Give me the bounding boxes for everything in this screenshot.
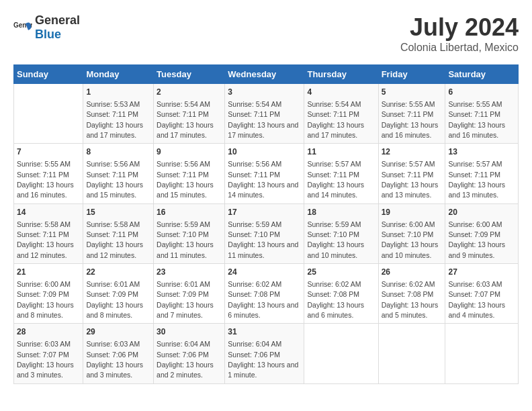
daylight-info: Daylight: 13 hours and 16 minutes. — [448, 121, 505, 139]
calendar-cell: 17Sunrise: 5:59 AMSunset: 7:10 PMDayligh… — [225, 203, 304, 263]
daylight-info: Daylight: 13 hours and 2 minutes. — [157, 361, 214, 379]
day-number: 24 — [228, 267, 301, 278]
sunset-info: Sunset: 7:06 PM — [86, 351, 138, 359]
day-number: 31 — [228, 326, 301, 338]
sunrise-info: Sunrise: 6:02 AM — [382, 280, 435, 288]
day-number: 1 — [86, 87, 150, 98]
calendar-cell: 27Sunrise: 6:03 AMSunset: 7:07 PMDayligh… — [445, 264, 519, 324]
sunrise-info: Sunrise: 5:54 AM — [157, 100, 210, 108]
calendar-cell: 10Sunrise: 5:56 AMSunset: 7:11 PMDayligh… — [225, 144, 304, 203]
day-number: 17 — [228, 207, 301, 218]
sunrise-info: Sunrise: 5:54 AM — [307, 100, 361, 108]
sunrise-info: Sunrise: 5:59 AM — [307, 220, 361, 228]
calendar-cell: 19Sunrise: 6:00 AMSunset: 7:10 PMDayligh… — [378, 203, 445, 263]
sunset-info: Sunset: 7:11 PM — [157, 171, 209, 179]
calendar-cell — [14, 84, 83, 144]
sunrise-info: Sunrise: 6:03 AM — [17, 340, 71, 348]
sunset-info: Sunset: 7:11 PM — [228, 171, 280, 179]
calendar-cell: 24Sunrise: 6:02 AMSunset: 7:08 PMDayligh… — [225, 264, 304, 324]
calendar-cell: 7Sunrise: 5:55 AMSunset: 7:11 PMDaylight… — [14, 144, 83, 203]
daylight-info: Daylight: 13 hours and 15 minutes. — [157, 181, 214, 199]
calendar-cell: 30Sunrise: 6:04 AMSunset: 7:06 PMDayligh… — [154, 324, 225, 383]
header-day-thursday: Thursday — [304, 65, 378, 84]
daylight-info: Daylight: 13 hours and 13 minutes. — [382, 181, 439, 199]
calendar-cell: 6Sunrise: 5:55 AMSunset: 7:11 PMDaylight… — [445, 84, 519, 144]
calendar-cell: 15Sunrise: 5:58 AMSunset: 7:11 PMDayligh… — [83, 203, 154, 263]
sunrise-info: Sunrise: 5:55 AM — [17, 160, 71, 168]
calendar-cell: 5Sunrise: 5:55 AMSunset: 7:11 PMDaylight… — [378, 84, 445, 144]
calendar-cell — [378, 324, 445, 383]
daylight-info: Daylight: 13 hours and 3 minutes. — [17, 361, 74, 379]
daylight-info: Daylight: 13 hours and 17 minutes. — [228, 121, 298, 139]
sunrise-info: Sunrise: 5:53 AM — [86, 100, 140, 108]
sunset-info: Sunset: 7:11 PM — [86, 171, 138, 179]
sunset-info: Sunset: 7:11 PM — [448, 110, 500, 118]
calendar-cell: 20Sunrise: 6:00 AMSunset: 7:09 PMDayligh… — [445, 203, 519, 263]
week-row-4: 21Sunrise: 6:00 AMSunset: 7:09 PMDayligh… — [14, 264, 519, 324]
sunrise-info: Sunrise: 5:54 AM — [228, 100, 281, 108]
day-number: 25 — [307, 267, 375, 278]
calendar-cell: 23Sunrise: 6:01 AMSunset: 7:09 PMDayligh… — [154, 264, 225, 324]
sunset-info: Sunset: 7:07 PM — [17, 351, 69, 359]
sunset-info: Sunset: 7:06 PM — [157, 351, 209, 359]
calendar-cell: 9Sunrise: 5:56 AMSunset: 7:11 PMDaylight… — [154, 144, 225, 203]
calendar-cell: 31Sunrise: 6:04 AMSunset: 7:06 PMDayligh… — [225, 324, 304, 383]
sunrise-info: Sunrise: 6:00 AM — [382, 220, 435, 228]
sunrise-info: Sunrise: 6:01 AM — [86, 280, 140, 288]
title-area: July 2024 Colonia Libertad, Mexico — [400, 13, 519, 54]
day-number: 21 — [17, 267, 80, 278]
calendar-cell — [445, 324, 519, 383]
sunset-info: Sunset: 7:10 PM — [157, 230, 209, 238]
sunrise-info: Sunrise: 6:02 AM — [228, 280, 281, 288]
sunset-info: Sunset: 7:06 PM — [228, 351, 280, 359]
calendar-cell — [304, 324, 378, 383]
sunset-info: Sunset: 7:11 PM — [17, 171, 69, 179]
calendar-cell: 25Sunrise: 6:02 AMSunset: 7:08 PMDayligh… — [304, 264, 378, 324]
calendar-cell: 1Sunrise: 5:53 AMSunset: 7:11 PMDaylight… — [83, 84, 154, 144]
logo-blue: Blue — [35, 28, 61, 41]
logo-general: General — [35, 13, 80, 27]
calendar-cell: 28Sunrise: 6:03 AMSunset: 7:07 PMDayligh… — [14, 324, 83, 383]
logo-icon: General — [13, 18, 32, 37]
calendar-cell: 14Sunrise: 5:58 AMSunset: 7:11 PMDayligh… — [14, 203, 83, 263]
day-number: 19 — [382, 207, 443, 218]
calendar-cell: 4Sunrise: 5:54 AMSunset: 7:11 PMDaylight… — [304, 84, 378, 144]
sunset-info: Sunset: 7:08 PM — [307, 290, 359, 298]
sunset-info: Sunset: 7:11 PM — [307, 110, 359, 118]
week-row-3: 14Sunrise: 5:58 AMSunset: 7:11 PMDayligh… — [14, 203, 519, 263]
sunrise-info: Sunrise: 6:03 AM — [448, 280, 502, 288]
page-header: General General Blue July 2024 Colonia L… — [13, 13, 519, 54]
daylight-info: Daylight: 13 hours and 10 minutes. — [307, 240, 364, 259]
calendar-cell: 12Sunrise: 5:57 AMSunset: 7:11 PMDayligh… — [378, 144, 445, 203]
daylight-info: Daylight: 13 hours and 6 minutes. — [307, 301, 364, 319]
daylight-info: Daylight: 13 hours and 16 minutes. — [382, 121, 439, 139]
daylight-info: Daylight: 13 hours and 1 minute. — [228, 361, 298, 379]
day-number: 2 — [157, 87, 222, 98]
sunrise-info: Sunrise: 6:03 AM — [86, 340, 140, 348]
daylight-info: Daylight: 13 hours and 12 minutes. — [17, 240, 74, 259]
header-day-monday: Monday — [83, 65, 154, 84]
daylight-info: Daylight: 13 hours and 6 minutes. — [228, 301, 298, 319]
day-number: 4 — [307, 87, 375, 98]
sunset-info: Sunset: 7:11 PM — [382, 110, 434, 118]
sunrise-info: Sunrise: 5:58 AM — [86, 220, 140, 228]
daylight-info: Daylight: 13 hours and 17 minutes. — [86, 121, 143, 139]
day-number: 28 — [17, 326, 80, 338]
daylight-info: Daylight: 13 hours and 14 minutes. — [228, 181, 298, 199]
sunset-info: Sunset: 7:08 PM — [228, 290, 280, 298]
week-row-1: 1Sunrise: 5:53 AMSunset: 7:11 PMDaylight… — [14, 84, 519, 144]
sunrise-info: Sunrise: 5:56 AM — [228, 160, 281, 168]
day-number: 27 — [448, 267, 515, 278]
sunrise-info: Sunrise: 6:04 AM — [157, 340, 210, 348]
daylight-info: Daylight: 13 hours and 15 minutes. — [86, 181, 143, 199]
sunrise-info: Sunrise: 6:00 AM — [448, 220, 502, 228]
sunrise-info: Sunrise: 5:57 AM — [307, 160, 361, 168]
sunrise-info: Sunrise: 5:57 AM — [448, 160, 502, 168]
day-number: 22 — [86, 267, 150, 278]
sunset-info: Sunset: 7:11 PM — [86, 110, 138, 118]
header-day-tuesday: Tuesday — [154, 65, 225, 84]
day-number: 12 — [382, 146, 443, 158]
calendar-cell: 3Sunrise: 5:54 AMSunset: 7:11 PMDaylight… — [225, 84, 304, 144]
calendar-cell: 29Sunrise: 6:03 AMSunset: 7:06 PMDayligh… — [83, 324, 154, 383]
day-number: 15 — [86, 207, 150, 218]
